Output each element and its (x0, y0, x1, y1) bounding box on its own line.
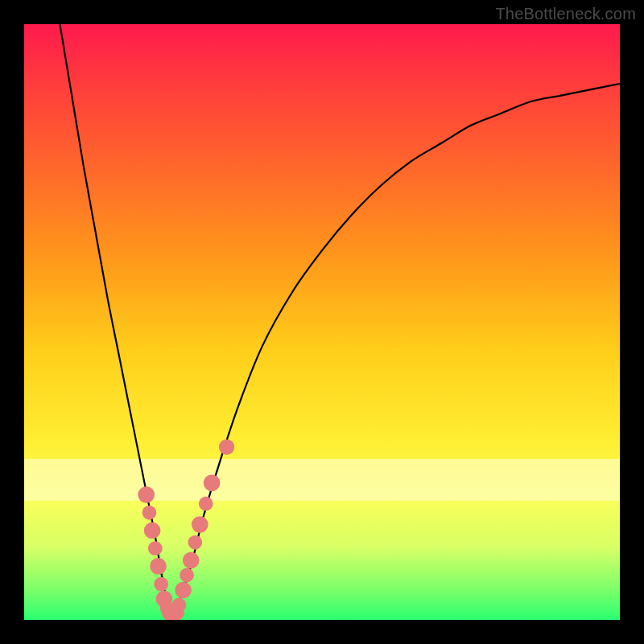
data-marker (180, 568, 194, 583)
data-marker (199, 497, 213, 511)
marker-group (138, 440, 234, 620)
data-marker (188, 535, 203, 550)
data-marker (192, 516, 208, 533)
curve-layer (24, 24, 620, 620)
plot-area (24, 24, 620, 620)
data-marker (183, 552, 200, 569)
watermark-text: TheBottleneck.com (495, 5, 636, 23)
data-marker (172, 598, 187, 613)
data-marker (138, 486, 155, 503)
bottleneck-curve (60, 24, 620, 614)
data-marker (144, 522, 161, 539)
data-marker (148, 541, 163, 555)
data-marker (142, 506, 157, 520)
data-marker (150, 558, 167, 575)
data-marker (154, 577, 168, 592)
data-marker (175, 582, 192, 599)
data-marker (204, 474, 221, 491)
data-marker (219, 440, 234, 455)
chart-frame: TheBottleneck.com (0, 0, 644, 644)
